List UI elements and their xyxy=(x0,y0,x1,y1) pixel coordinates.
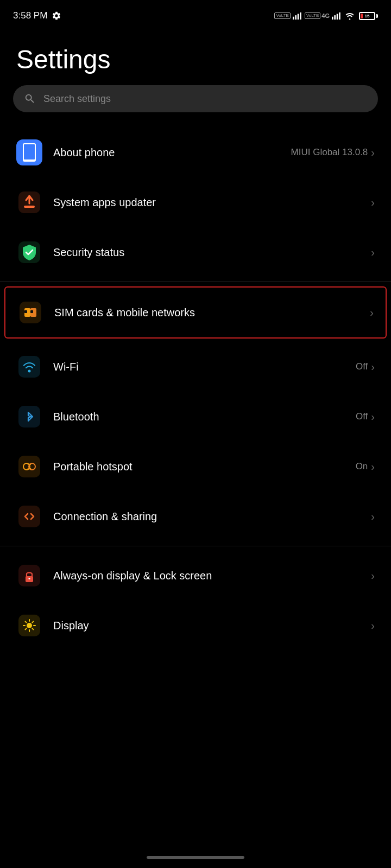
search-bar[interactable]: Search settings xyxy=(13,85,378,112)
svg-rect-10 xyxy=(27,160,31,161)
portable-hotspot-content: Portable hotspot xyxy=(53,461,356,473)
status-left: 3:58 PM xyxy=(13,10,61,21)
svg-rect-26 xyxy=(18,565,40,586)
wifi-label: Wi-Fi xyxy=(53,361,356,373)
display-chevron: › xyxy=(371,620,375,632)
bluetooth-chevron: › xyxy=(371,411,375,423)
security-status-chevron: › xyxy=(371,246,375,259)
display-label: Display xyxy=(53,620,371,632)
connection-sharing-label: Connection & sharing xyxy=(53,510,371,523)
about-phone-version: MIUI Global 13.0.8 xyxy=(291,147,368,158)
svg-point-20 xyxy=(28,370,31,373)
system-apps-updater-content: System apps updater xyxy=(53,196,371,209)
security-status-right: › xyxy=(371,246,375,259)
security-status-label: Security status xyxy=(53,246,371,259)
security-status-content: Security status xyxy=(53,246,371,259)
portable-hotspot-chevron: › xyxy=(371,461,375,473)
settings-gear-icon xyxy=(52,11,61,21)
svg-rect-4 xyxy=(332,17,333,20)
svg-rect-1 xyxy=(295,15,297,20)
svg-rect-9 xyxy=(24,144,35,159)
always-on-display-label: Always-on display & Lock screen xyxy=(53,570,371,582)
svg-rect-6 xyxy=(337,14,338,20)
portable-hotspot-icon xyxy=(16,454,42,480)
search-icon xyxy=(24,93,36,105)
about-phone-chevron: › xyxy=(371,146,375,159)
home-indicator xyxy=(147,856,244,859)
connection-sharing-content: Connection & sharing xyxy=(53,510,371,523)
svg-rect-16 xyxy=(24,310,27,313)
battery-icon: 15 xyxy=(359,12,378,20)
settings-item-security-status[interactable]: Security status › xyxy=(0,227,391,277)
portable-hotspot-status: On xyxy=(356,461,368,472)
wifi-status-icon xyxy=(344,11,356,20)
svg-point-30 xyxy=(27,623,32,628)
time-display: 3:58 PM xyxy=(13,10,47,21)
security-status-icon xyxy=(16,239,42,265)
portable-hotspot-label: Portable hotspot xyxy=(53,461,356,473)
always-on-display-right: › xyxy=(371,570,375,582)
page-title: Settings xyxy=(0,28,391,85)
system-apps-updater-chevron: › xyxy=(371,196,375,209)
connection-sharing-icon xyxy=(16,503,42,529)
svg-rect-18 xyxy=(30,310,33,313)
svg-rect-2 xyxy=(298,14,299,20)
svg-rect-5 xyxy=(334,15,336,20)
always-on-display-icon xyxy=(16,563,42,589)
svg-rect-3 xyxy=(300,12,301,20)
bluetooth-label: Bluetooth xyxy=(53,411,356,423)
display-right: › xyxy=(371,620,375,632)
about-phone-icon xyxy=(16,139,42,165)
wifi-chevron: › xyxy=(371,361,375,373)
svg-rect-0 xyxy=(293,17,294,20)
about-phone-right: MIUI Global 13.0.8 › xyxy=(291,146,375,159)
sim-cards-content: SIM cards & mobile networks xyxy=(54,307,370,319)
connection-sharing-right: › xyxy=(371,510,375,523)
wifi-content: Wi-Fi xyxy=(53,361,356,373)
svg-rect-25 xyxy=(18,506,40,527)
settings-item-wifi[interactable]: Wi-Fi Off › xyxy=(0,342,391,392)
wifi-right: Off › xyxy=(356,361,375,373)
bluetooth-status: Off xyxy=(356,411,368,422)
svg-rect-21 xyxy=(18,406,40,427)
always-on-display-chevron: › xyxy=(371,570,375,582)
settings-item-system-apps-updater[interactable]: System apps updater › xyxy=(0,177,391,227)
system-apps-updater-right: › xyxy=(371,196,375,209)
bluetooth-right: Off › xyxy=(356,411,375,423)
wifi-status: Off xyxy=(356,361,368,372)
bottom-bar xyxy=(0,846,391,868)
system-apps-updater-icon xyxy=(16,189,42,215)
display-icon xyxy=(16,612,42,639)
settings-item-always-on-display[interactable]: Always-on display & Lock screen › xyxy=(0,551,391,601)
sim-cards-label: SIM cards & mobile networks xyxy=(54,307,370,319)
connection-sharing-chevron: › xyxy=(371,510,375,523)
svg-rect-12 xyxy=(24,206,35,208)
volte2-icon: VoLTE 4G xyxy=(305,12,340,20)
settings-item-bluetooth[interactable]: Bluetooth Off › xyxy=(0,392,391,442)
bluetooth-icon xyxy=(16,404,42,430)
about-phone-label: About phone xyxy=(53,146,291,159)
always-on-display-content: Always-on display & Lock screen xyxy=(53,570,371,582)
settings-item-connection-sharing[interactable]: Connection & sharing › xyxy=(0,492,391,541)
wifi-icon xyxy=(16,354,42,380)
divider-2 xyxy=(0,546,391,546)
bluetooth-content: Bluetooth xyxy=(53,411,356,423)
display-content: Display xyxy=(53,620,371,632)
settings-item-portable-hotspot[interactable]: Portable hotspot On › xyxy=(0,442,391,492)
search-placeholder-text: Search settings xyxy=(43,93,111,105)
sim-cards-chevron: › xyxy=(370,307,374,319)
portable-hotspot-right: On › xyxy=(356,461,375,473)
settings-list: About phone MIUI Global 13.0.8 › System … xyxy=(0,127,391,671)
settings-item-sim-cards[interactable]: SIM cards & mobile networks › xyxy=(4,286,387,339)
divider-1 xyxy=(0,282,391,282)
about-phone-content: About phone xyxy=(53,146,291,159)
system-apps-updater-label: System apps updater xyxy=(53,196,371,209)
status-right: VoLTE VoLTE 4G xyxy=(274,11,378,20)
status-bar: 3:58 PM VoLTE VoLTE 4G xyxy=(0,0,391,28)
svg-rect-7 xyxy=(339,12,340,20)
settings-item-about-phone[interactable]: About phone MIUI Global 13.0.8 › xyxy=(0,127,391,177)
settings-item-display[interactable]: Display › xyxy=(0,601,391,671)
svg-point-28 xyxy=(29,578,30,579)
volte1-icon: VoLTE xyxy=(274,12,301,20)
sim-cards-right: › xyxy=(370,307,374,319)
